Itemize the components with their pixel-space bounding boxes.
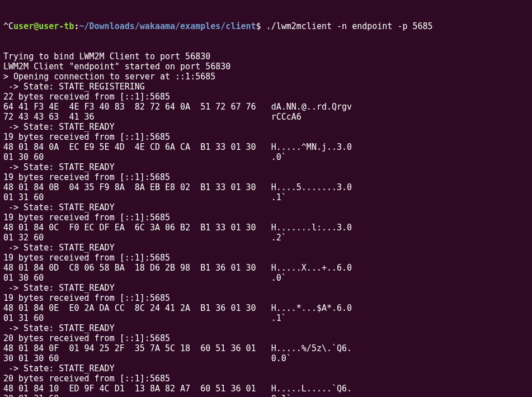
- output-line: -> State: STATE_READY: [3, 323, 529, 333]
- output-line: 19 bytes received from [::1]:5685: [3, 172, 529, 182]
- output-line: 19 bytes received from [::1]:5685: [3, 253, 529, 263]
- output-line: 30 01 30 60 0.0`: [3, 353, 529, 363]
- output-line: 01 31 60 .1`: [3, 313, 529, 323]
- output-line: Trying to bind LWM2M Client to port 5683…: [3, 51, 529, 62]
- output-line: LWM2M Client "endpoint" started on port …: [3, 62, 529, 72]
- prompt-prefix: ^C: [3, 21, 13, 31]
- output-line: 19 bytes received from [::1]:5685: [3, 132, 529, 142]
- output-line: 64 41 F3 4E 4E F3 40 83 82 72 64 0A 51 7…: [3, 102, 529, 112]
- output-line: 30 01 31 60 0.1`: [3, 394, 529, 397]
- output-line: 48 01 84 0C F0 EC DF EA 6C 3A 06 B2 B1 3…: [3, 223, 529, 233]
- output-line: 01 30 60 .0`: [3, 152, 529, 162]
- output-line: -> State: STATE_READY: [3, 122, 529, 132]
- output-line: 19 bytes received from [::1]:5685: [3, 293, 529, 303]
- output-line: 48 01 84 0E E0 2A DA CC 8C 24 41 2A B1 3…: [3, 303, 529, 313]
- output-line: 72 43 43 63 41 36 rCCcA6: [3, 112, 529, 122]
- output-line: 48 01 84 10 ED 9F 4C D1 13 8A 82 A7 60 5…: [3, 384, 529, 394]
- output-line: 22 bytes received from [::1]:5685: [3, 92, 529, 102]
- output-line: 48 01 84 0F 01 94 25 2F 35 7A 5C 18 60 5…: [3, 343, 529, 353]
- output-line: 20 bytes received from [::1]:5685: [3, 333, 529, 343]
- output-line: 19 bytes received from [::1]:5685: [3, 212, 529, 223]
- prompt-dollar: $: [256, 21, 266, 31]
- output-line: -> State: STATE_READY: [3, 243, 529, 253]
- output-line: 48 01 84 0A EC E9 5E 4D 4E CD 6A CA B1 3…: [3, 142, 529, 152]
- terminal-output[interactable]: ^Cuser@user-tb:~/Downloads/wakaama/examp…: [0, 0, 532, 397]
- output-line: -> State: STATE_REGISTERING: [3, 82, 529, 92]
- output-line: -> State: STATE_READY: [3, 162, 529, 172]
- prompt-user-host: user@user-tb: [13, 21, 74, 31]
- output-line: 01 30 60 .0`: [3, 273, 529, 283]
- output-line: > Opening connection to server at ::1:56…: [3, 72, 529, 82]
- output-line: -> State: STATE_READY: [3, 363, 529, 374]
- command-text: ./lwm2mclient -n endpoint -p 5685: [266, 21, 433, 31]
- output-line: -> State: STATE_READY: [3, 202, 529, 212]
- output-line: 48 01 84 0B 04 35 F9 8A 8A EB E8 02 B1 3…: [3, 182, 529, 192]
- output-line: 01 32 60 .2`: [3, 233, 529, 243]
- output-line: -> State: STATE_READY: [3, 283, 529, 293]
- prompt-line: ^Cuser@user-tb:~/Downloads/wakaama/examp…: [3, 21, 529, 31]
- output-line: 20 bytes received from [::1]:5685: [3, 374, 529, 384]
- output-line: 48 01 84 0D C8 06 58 BA 18 D6 2B 98 B1 3…: [3, 263, 529, 273]
- prompt-path: ~/Downloads/wakaama/examples/client: [79, 21, 256, 31]
- output-line: 01 31 60 .1`: [3, 192, 529, 202]
